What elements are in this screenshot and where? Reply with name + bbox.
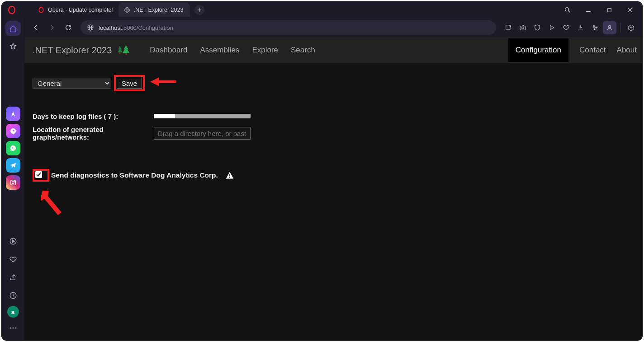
menu-about[interactable]: About xyxy=(617,46,637,55)
toolbar-right-icons xyxy=(502,21,638,34)
window-minimize-button[interactable] xyxy=(580,2,597,18)
sidebar-more-icon[interactable] xyxy=(5,320,21,336)
svg-point-18 xyxy=(522,27,524,29)
sidebar-home-icon[interactable] xyxy=(5,21,21,36)
nav-reload-button[interactable] xyxy=(62,21,75,34)
new-tab-button[interactable] xyxy=(194,5,204,15)
site-info-icon[interactable] xyxy=(87,24,94,31)
menu-search[interactable]: Search xyxy=(291,46,315,55)
page-content: .NET Explorer 2023 Dashboard Assemblies … xyxy=(24,37,642,340)
window-titlebar: Opera - Update complete! .NET Explorer 2… xyxy=(2,2,642,18)
diagnostics-row: Send diagnostics to Software Dog Analyti… xyxy=(33,169,634,182)
sidebar-messenger-icon[interactable] xyxy=(6,124,20,138)
svg-rect-23 xyxy=(119,52,120,55)
menu-explore[interactable]: Explore xyxy=(252,46,278,55)
browser-sidebar: a xyxy=(2,18,24,340)
svg-point-21 xyxy=(594,28,595,30)
play-icon[interactable] xyxy=(545,21,559,34)
sidebar-instagram-icon[interactable] xyxy=(6,175,20,190)
config-form: Days to keep log files ( 7 ): Location o… xyxy=(33,111,634,141)
svg-point-0 xyxy=(9,6,15,14)
svg-point-12 xyxy=(12,328,14,329)
menu-contact[interactable]: Contact xyxy=(579,46,606,55)
annotation-arrow-to-checkbox-icon xyxy=(41,189,63,216)
sidebar-telegram-icon[interactable] xyxy=(6,158,20,173)
app-brand[interactable]: .NET Explorer 2023 xyxy=(33,44,132,56)
config-top-row: General Save xyxy=(33,75,634,91)
extensions-cube-icon[interactable] xyxy=(624,21,638,34)
location-input[interactable] xyxy=(154,127,251,140)
svg-point-11 xyxy=(9,328,11,329)
address-text: localhost:5000/Configuration xyxy=(99,24,173,31)
svg-rect-26 xyxy=(229,177,230,178)
annotation-save-highlight: Save xyxy=(114,75,145,91)
brand-text: .NET Explorer 2023 xyxy=(33,45,112,56)
svg-point-7 xyxy=(12,182,14,184)
easy-setup-icon[interactable] xyxy=(588,21,602,34)
sidebar-bookmark-icon[interactable] xyxy=(5,39,21,54)
opera-favicon-icon xyxy=(38,7,44,13)
trees-logo-icon xyxy=(116,44,132,56)
svg-point-13 xyxy=(15,328,16,329)
tab-opera-update[interactable]: Opera - Update complete! xyxy=(33,3,118,17)
nav-forward-button[interactable] xyxy=(45,21,59,34)
save-button[interactable]: Save xyxy=(117,78,142,89)
svg-point-1 xyxy=(39,7,43,13)
menu-assemblies[interactable]: Assemblies xyxy=(200,46,239,55)
tab-title: .NET Explorer 2023 xyxy=(134,7,184,13)
download-icon[interactable] xyxy=(574,21,587,34)
menu-right: Configuration Contact About xyxy=(508,38,637,62)
opera-logo-icon xyxy=(7,5,16,14)
menu-configuration[interactable]: Configuration xyxy=(508,38,568,62)
section-select[interactable]: General xyxy=(33,78,111,89)
sidebar-heart-icon[interactable] xyxy=(5,252,21,267)
svg-point-22 xyxy=(609,26,611,28)
svg-point-4 xyxy=(565,8,569,11)
svg-rect-5 xyxy=(607,8,611,12)
window-close-button[interactable] xyxy=(621,2,639,18)
search-tabs-icon[interactable] xyxy=(559,2,576,18)
days-slider[interactable] xyxy=(154,111,634,121)
diagnostics-checkbox[interactable] xyxy=(35,171,42,178)
tab-net-explorer[interactable]: .NET Explorer 2023 xyxy=(118,3,190,17)
sidebar-aria-icon[interactable] xyxy=(6,107,20,121)
snapshot-icon[interactable] xyxy=(516,21,530,34)
pinboard-heart-icon[interactable] xyxy=(559,21,573,34)
toolbar-divider xyxy=(620,23,620,33)
annotation-arrow-to-save-icon xyxy=(149,76,176,88)
send-to-devices-icon[interactable] xyxy=(502,21,515,34)
profile-icon[interactable] xyxy=(603,21,616,34)
sidebar-history-icon[interactable] xyxy=(5,288,21,303)
svg-point-8 xyxy=(14,181,14,181)
main-menu: Dashboard Assemblies Explore Search xyxy=(150,46,315,55)
svg-point-19 xyxy=(593,25,595,27)
warning-triangle-icon xyxy=(225,171,234,180)
diagnostics-label: Send diagnostics to Software Dog Analyti… xyxy=(51,171,218,179)
shield-icon[interactable] xyxy=(530,21,544,34)
days-label: Days to keep log files ( 7 ): xyxy=(33,112,154,120)
globe-favicon-icon xyxy=(124,7,130,13)
svg-point-20 xyxy=(596,27,597,28)
sidebar-app-a-icon[interactable]: a xyxy=(7,306,19,318)
sidebar-whatsapp-icon[interactable] xyxy=(6,141,20,155)
sidebar-player-icon[interactable] xyxy=(5,234,21,249)
location-label: Location of generated graphs/networks: xyxy=(33,126,154,141)
sidebar-share-icon[interactable] xyxy=(5,270,21,285)
menu-dashboard[interactable]: Dashboard xyxy=(150,46,187,55)
annotation-checkbox-highlight xyxy=(33,169,49,182)
browser-nav-row: localhost:5000/Configuration xyxy=(2,18,642,37)
svg-rect-24 xyxy=(126,53,127,55)
svg-rect-25 xyxy=(229,174,230,177)
nav-back-button[interactable] xyxy=(29,21,43,34)
tab-title: Opera - Update complete! xyxy=(48,7,113,13)
window-maximize-button[interactable] xyxy=(601,2,618,18)
app-header: .NET Explorer 2023 Dashboard Assemblies … xyxy=(24,37,642,63)
config-content: General Save Days to keep log files ( 7 … xyxy=(24,63,642,193)
address-bar[interactable]: localhost:5000/Configuration xyxy=(80,20,496,35)
